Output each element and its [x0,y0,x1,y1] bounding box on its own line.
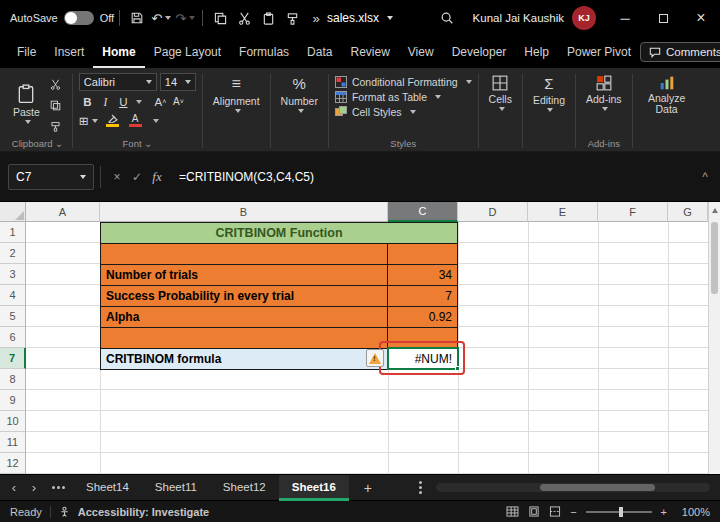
column-header-b[interactable]: B [100,202,388,222]
row-header-9[interactable]: 9 [0,390,26,411]
copy-icon[interactable] [208,5,232,31]
cell-styles-button[interactable]: Cell Styles [335,106,416,118]
chevron-down-icon[interactable] [136,100,142,104]
cell-b6[interactable] [101,328,388,349]
tab-insert[interactable]: Insert [45,36,93,68]
insert-function-icon[interactable]: fx [147,169,167,185]
tab-options-icon[interactable] [409,481,432,494]
row-header-7[interactable]: 7 [0,348,26,369]
alignment-button[interactable]: ≡ Alignment [209,73,264,115]
tab-data[interactable]: Data [298,36,341,68]
vertical-scroll-thumb[interactable] [711,222,718,294]
error-warning-icon[interactable] [366,349,384,367]
cancel-entry-icon[interactable]: × [107,170,127,184]
tab-review[interactable]: Review [341,36,398,68]
tab-view[interactable]: View [399,36,443,68]
italic-button[interactable]: I [97,93,114,110]
font-size-select[interactable]: 14 [160,73,196,91]
decrease-font-button[interactable]: A˅ [170,93,187,110]
close-button[interactable]: × [682,0,720,36]
cell-b5-label[interactable]: Alpha [101,307,388,328]
zoom-slider-knob[interactable] [619,507,623,517]
prev-sheet-icon[interactable]: ‹ [4,480,24,495]
tab-file[interactable]: File [8,36,45,68]
cell-b7-label[interactable]: CRITBINOM formula [101,349,388,370]
format-as-table-button[interactable]: Format as Table [335,91,441,103]
tab-sheet11[interactable]: Sheet11 [142,475,210,501]
cell-c4-value[interactable]: 7 [388,286,458,307]
minimize-button[interactable]: ─ [606,0,644,36]
horizontal-scroll-thumb[interactable] [540,484,655,491]
comments-button[interactable]: Comments [640,42,720,62]
row-header-5[interactable]: 5 [0,306,26,327]
borders-button[interactable]: ⊞ [79,112,98,129]
page-layout-view-icon[interactable] [528,506,540,517]
chevron-down-icon[interactable] [153,119,159,123]
font-name-select[interactable]: Calibri [79,73,157,91]
cut-icon[interactable] [232,5,256,31]
column-header-e[interactable]: E [528,202,598,222]
addins-group-label[interactable]: Add-ins [577,138,631,149]
row-header-8[interactable]: 8 [0,369,26,390]
row-header-11[interactable]: 11 [0,432,26,453]
undo-icon[interactable]: ↶ [149,5,173,31]
bold-button[interactable]: B [79,93,96,110]
user-avatar[interactable]: KJ [572,6,596,30]
horizontal-scrollbar[interactable] [436,483,710,492]
zoom-in-icon[interactable]: + [661,506,667,518]
row-header-2[interactable]: 2 [0,243,26,264]
zoom-level[interactable]: 100% [676,506,710,518]
column-header-c[interactable]: C [388,202,458,222]
tab-sheet16[interactable]: Sheet16 [279,475,349,501]
user-name[interactable]: Kunal Jai Kaushik [473,12,564,24]
tab-sheet12[interactable]: Sheet12 [210,475,279,501]
scroll-up-icon[interactable] [712,208,718,213]
conditional-formatting-button[interactable]: Conditional Formatting [335,76,472,88]
all-sheets-icon[interactable] [44,486,73,489]
file-name[interactable]: sales.xlsx [327,11,379,25]
tab-home[interactable]: Home [93,36,144,68]
search-icon[interactable] [435,5,459,31]
save-icon[interactable] [125,5,149,31]
zoom-slider[interactable] [586,511,652,513]
column-header-d[interactable]: D [458,202,528,222]
row-header-1[interactable]: 1 [0,222,26,243]
column-header-g[interactable]: G [668,202,708,222]
collapse-formula-bar-icon[interactable]: ^ [702,170,712,184]
clipboard-group-label[interactable]: Clipboard ⌄ [4,138,71,149]
tab-sheet14[interactable]: Sheet14 [73,475,142,501]
cell-b4-label[interactable]: Success Probability in every trial [101,286,388,307]
cell-c3-value[interactable]: 34 [388,265,458,286]
accessibility-status[interactable]: Accessibility: Investigate [78,506,209,518]
column-header-f[interactable]: F [598,202,668,222]
cell-b1-title[interactable]: CRITBINOM Function [101,223,458,244]
row-header-12[interactable]: 12 [0,453,26,474]
maximize-button[interactable] [644,0,682,36]
more-commands-icon[interactable]: » [304,5,328,31]
sheet-body[interactable]: CRITBINOM Function Number of trials34 Su… [26,222,708,474]
format-painter-icon[interactable] [280,5,304,31]
vertical-scrollbar[interactable] [708,202,720,474]
underline-button[interactable]: U [115,93,132,110]
fill-color-button[interactable] [104,114,121,127]
row-header-10[interactable]: 10 [0,411,26,432]
cell-c2[interactable] [388,244,458,265]
tab-power-pivot[interactable]: Power Pivot [558,36,640,68]
row-header-6[interactable]: 6 [0,327,26,348]
editing-button[interactable]: Σ Editing [529,73,569,114]
styles-group-label[interactable]: Styles [330,138,477,149]
addins-button[interactable]: Add-ins [582,73,626,113]
tab-formulas[interactable]: Formulas [230,36,298,68]
cell-b3-label[interactable]: Number of trials [101,265,388,286]
normal-view-icon[interactable] [506,506,519,517]
autosave-switch[interactable] [64,11,94,25]
autosave-toggle[interactable]: AutoSave Off [10,11,114,25]
new-sheet-button[interactable]: + [355,480,381,496]
cell-b2[interactable] [101,244,388,265]
font-color-button[interactable]: A [127,114,144,127]
tab-developer[interactable]: Developer [443,36,516,68]
page-break-view-icon[interactable] [549,506,561,517]
format-painter-icon[interactable] [46,117,66,135]
cell-c5-value[interactable]: 0.92 [388,307,458,328]
zoom-out-icon[interactable]: − [570,506,576,518]
